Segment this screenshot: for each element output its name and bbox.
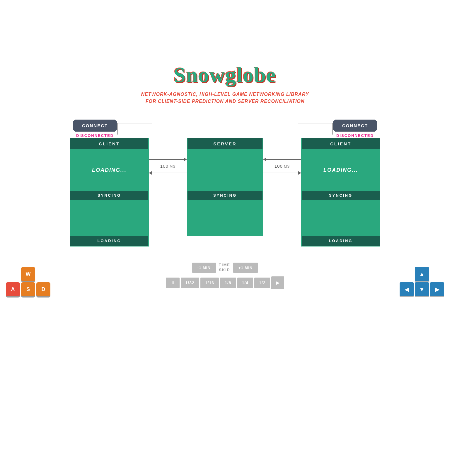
d-key[interactable]: D (36, 282, 50, 296)
dir-bottom-row: ◀ ▼ ▶ (400, 282, 444, 296)
plus-1-min-button[interactable]: +1 MIN (233, 263, 258, 273)
left-key[interactable]: ◀ (400, 282, 414, 296)
left-ms-unit: MS (170, 164, 175, 169)
right-client-body-bottom (302, 200, 380, 235)
pause-button[interactable]: ⏸ (166, 278, 180, 288)
w-key[interactable]: W (21, 267, 35, 281)
right-client-panel: CLIENT LOADING... SYNCING LOADING (301, 138, 380, 246)
left-connect-button[interactable]: CONNECT (73, 120, 117, 132)
dir-keys: ▲ ◀ ▼ ▶ (400, 267, 444, 296)
right-client-body-top: LOADING... (302, 149, 380, 191)
right-arrowhead-l (263, 158, 266, 161)
server-sync: SYNCING (188, 191, 262, 200)
right-arrowhead-r (298, 171, 301, 175)
time-skip-text-1: TIME (219, 263, 230, 268)
play-button[interactable]: ▶ (271, 276, 284, 289)
right-arrow-line-r (263, 173, 298, 173)
time-skip-row: -1 MIN TIME SKIP +1 MIN (192, 263, 258, 273)
left-ms-value: 100 (160, 164, 168, 169)
left-client-sync: SYNCING (70, 191, 148, 200)
panels-row: CLIENT LOADING... SYNCING LOADING 100 MS (64, 138, 386, 246)
left-disconnected-status: DISCONNECTED (76, 133, 114, 138)
left-hline (135, 123, 152, 123)
left-conn-block: CONNECT DISCONNECTED (73, 120, 117, 138)
left-arrowhead-r (184, 158, 187, 161)
down-key[interactable]: ▼ (415, 282, 429, 296)
wasd-keys: W A S D (6, 267, 50, 296)
left-client-loading: LOADING... (92, 167, 127, 173)
left-client-panel: CLIENT LOADING... SYNCING LOADING (70, 138, 149, 246)
main-title: Snowglobe (141, 64, 309, 86)
server-header: SERVER (188, 138, 262, 149)
right-client-footer: LOADING (302, 235, 380, 246)
play-icon: ▶ (276, 280, 279, 285)
center-controls: -1 MIN TIME SKIP +1 MIN ⏸ 1/32 1/16 1/8 … (166, 263, 284, 289)
server-body-bottom (188, 200, 262, 235)
left-client-header: CLIENT (70, 138, 148, 149)
speed-1-4-button[interactable]: 1/4 (237, 278, 253, 288)
left-arrow-right (149, 158, 187, 161)
wasd-top-row: W (21, 267, 35, 281)
right-conn-block: CONNECT DISCONNECTED (333, 120, 377, 138)
left-arrowhead-l (149, 171, 152, 175)
s-key[interactable]: S (21, 282, 35, 296)
main-area: CONNECT DISCONNECTED CONNECT DISCONNECTE… (0, 120, 450, 296)
left-arrow-left (149, 171, 187, 175)
connection-row: CONNECT DISCONNECTED CONNECT DISCONNECTE… (64, 120, 386, 138)
left-client-footer: LOADING (70, 235, 148, 246)
speed-1-2-button[interactable]: 1/2 (254, 278, 270, 288)
left-ms-display: 100 MS (160, 164, 175, 169)
right-bracket (315, 123, 333, 135)
subtitle-line1: NETWORK-AGNOSTIC, HIGH-LEVEL GAME NETWOR… (141, 91, 309, 98)
subtitle: NETWORK-AGNOSTIC, HIGH-LEVEL GAME NETWOR… (141, 91, 309, 105)
subtitle-line2: FOR CLIENT-SIDE PREDICTION AND SERVER RE… (141, 98, 309, 105)
pause-icon: ⏸ (171, 280, 175, 285)
server-body-top (188, 149, 262, 191)
right-key[interactable]: ▶ (430, 282, 444, 296)
right-arrow-line-l (266, 159, 301, 160)
wasd-bottom-row: A S D (6, 282, 50, 296)
left-arrow-line-l (152, 173, 187, 173)
right-arrow-left (263, 158, 301, 161)
dir-top-row: ▲ (415, 267, 429, 281)
time-skip-text-2: SKIP (219, 268, 230, 273)
right-ms-value: 100 (275, 164, 283, 169)
left-connection-area: CONNECT DISCONNECTED (70, 120, 187, 138)
right-arrow-right (263, 171, 301, 175)
minus-1-min-button[interactable]: -1 MIN (192, 263, 216, 273)
right-client-sync: SYNCING (302, 191, 380, 200)
left-bracket (117, 123, 135, 135)
controls-row: W A S D -1 MIN TIME SKIP +1 MIN (0, 255, 450, 296)
left-network-connector: 100 MS (149, 138, 187, 177)
left-arrow-line-r (149, 159, 184, 160)
right-ms-display: 100 MS (275, 164, 290, 169)
right-hline-pre (298, 123, 315, 123)
title-section: Snowglobe NETWORK-AGNOSTIC, HIGH-LEVEL G… (141, 64, 309, 105)
left-client-body-bottom (70, 200, 148, 235)
right-connection-area: CONNECT DISCONNECTED (263, 120, 380, 138)
a-key[interactable]: A (6, 282, 20, 296)
right-client-header: CLIENT (302, 138, 380, 149)
right-disconnected-status: DISCONNECTED (336, 133, 374, 138)
speed-1-16-button[interactable]: 1/16 (200, 278, 219, 288)
time-skip-label: TIME SKIP (219, 263, 230, 273)
right-connect-button[interactable]: CONNECT (333, 120, 377, 132)
right-ms-unit: MS (284, 164, 290, 169)
left-client-body-top: LOADING... (70, 149, 148, 191)
speed-1-32-button[interactable]: 1/32 (181, 278, 199, 288)
up-key[interactable]: ▲ (415, 267, 429, 281)
right-network-connector: 100 MS (263, 138, 301, 177)
server-panel: SERVER SYNCING (187, 138, 263, 236)
playback-row: ⏸ 1/32 1/16 1/8 1/4 1/2 ▶ (166, 276, 284, 289)
speed-1-8-button[interactable]: 1/8 (220, 278, 236, 288)
right-client-loading: LOADING... (323, 167, 358, 173)
